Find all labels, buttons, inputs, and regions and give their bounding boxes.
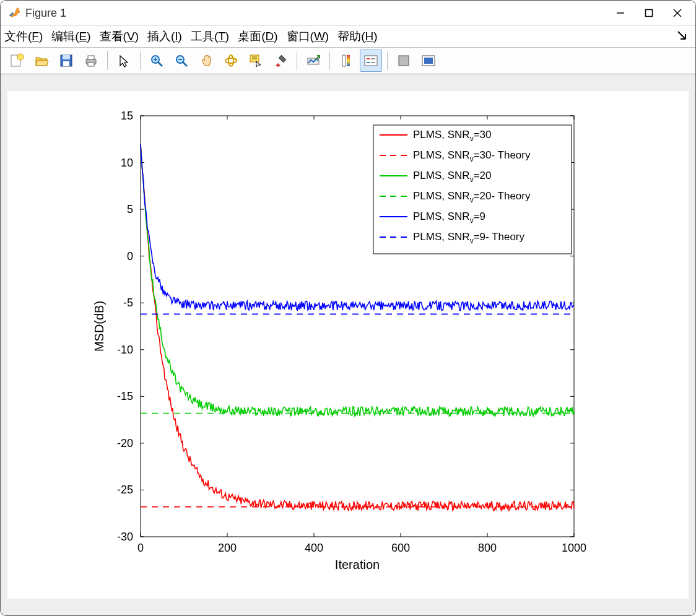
- svg-rect-33: [399, 56, 409, 66]
- menu-t[interactable]: 工具(T): [191, 28, 229, 45]
- msd-plot: 02004006008001000-30-25-20-15-10-5051015…: [7, 91, 689, 599]
- xtick-label: 1000: [562, 542, 586, 554]
- hide-plot-icon[interactable]: [393, 50, 415, 72]
- ytick-label: 15: [121, 110, 133, 122]
- ytick-label: -15: [117, 390, 133, 402]
- zoom-in-icon[interactable]: [146, 50, 168, 72]
- xtick-label: 200: [218, 542, 237, 554]
- ytick-label: 0: [127, 250, 133, 262]
- save-icon[interactable]: [55, 50, 77, 72]
- close-button[interactable]: [663, 1, 692, 25]
- svg-point-19: [225, 58, 237, 63]
- pan-icon[interactable]: [195, 50, 217, 72]
- svg-rect-28: [365, 56, 377, 66]
- svg-line-17: [183, 62, 187, 66]
- menubar: 文件(F)编辑(E)查看(V)插入(I)工具(T)桌面(D)窗口(W)帮助(H): [1, 26, 695, 48]
- toolbar: [1, 48, 695, 74]
- menu-f[interactable]: 文件(F): [4, 28, 43, 45]
- svg-rect-7: [63, 55, 70, 59]
- figure-window: Figure 1 文件(F)编辑(E)查看(V)插入(I)工具(T)桌面(D)窗…: [0, 0, 696, 616]
- minimize-button[interactable]: [606, 1, 635, 25]
- menu-w[interactable]: 窗口(W): [287, 28, 329, 45]
- new-figure-icon[interactable]: [6, 50, 28, 72]
- menu-i[interactable]: 插入(I): [147, 28, 182, 45]
- rotate3d-icon[interactable]: [220, 50, 242, 72]
- legend-icon[interactable]: [360, 50, 382, 72]
- menu-d[interactable]: 桌面(D): [238, 28, 277, 45]
- matlab-icon: [8, 7, 20, 19]
- svg-rect-27: [347, 55, 350, 66]
- svg-rect-11: [88, 63, 94, 66]
- svg-point-20: [228, 55, 233, 66]
- menu-v[interactable]: 查看(V): [100, 28, 139, 45]
- ytick-label: 10: [121, 157, 133, 169]
- svg-point-5: [17, 54, 24, 60]
- ylabel: MSD(dB): [92, 301, 106, 352]
- open-icon[interactable]: [30, 50, 53, 72]
- svg-rect-24: [279, 55, 285, 62]
- svg-rect-10: [88, 56, 94, 59]
- ytick-label: -30: [117, 531, 133, 543]
- svg-rect-35: [424, 58, 433, 64]
- titlebar: Figure 1: [1, 1, 695, 26]
- plot-area: 02004006008001000-30-25-20-15-10-5051015…: [1, 74, 695, 615]
- xlabel: Iteration: [335, 558, 380, 571]
- svg-rect-26: [342, 55, 346, 66]
- pointer-icon[interactable]: [113, 50, 135, 72]
- datacursor-icon[interactable]: [245, 50, 267, 72]
- xtick-label: 400: [305, 542, 323, 554]
- xtick-label: 600: [391, 542, 410, 554]
- xtick-label: 0: [137, 542, 144, 554]
- zoom-out-icon[interactable]: [170, 50, 193, 72]
- plot-card: 02004006008001000-30-25-20-15-10-5051015…: [7, 91, 689, 599]
- menu-e[interactable]: 编辑(E): [51, 28, 90, 45]
- svg-line-13: [158, 62, 162, 66]
- menu-h[interactable]: 帮助(H): [337, 28, 377, 45]
- svg-rect-1: [646, 10, 653, 17]
- window-title: Figure 1: [25, 7, 66, 20]
- print-icon[interactable]: [80, 50, 102, 72]
- show-plot-icon[interactable]: [417, 50, 440, 72]
- ytick-label: -5: [123, 297, 133, 309]
- xtick-label: 800: [478, 542, 497, 554]
- ytick-label: 5: [127, 203, 133, 215]
- ytick-label: -20: [117, 437, 133, 449]
- ytick-label: -10: [117, 344, 133, 356]
- legend[interactable]: [373, 125, 572, 254]
- colorbar-icon[interactable]: [335, 50, 357, 72]
- maximize-button[interactable]: [635, 1, 663, 25]
- dock-arrow-icon[interactable]: [677, 30, 687, 43]
- svg-rect-8: [63, 61, 69, 66]
- brush-icon[interactable]: [269, 50, 292, 72]
- ytick-label: -25: [117, 484, 133, 496]
- link-plot-icon[interactable]: [302, 50, 324, 72]
